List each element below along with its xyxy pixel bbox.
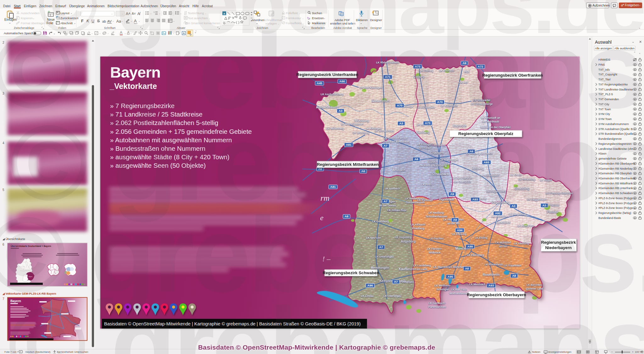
svg-text:LK Dingolfing-: LK Dingolfing- xyxy=(508,213,527,216)
svg-text:Partenkirchen: Partenkirchen xyxy=(428,305,446,308)
svg-text:Erlangen: Erlangen xyxy=(430,151,444,155)
svg-text:Aschaffenburg: Aschaffenburg xyxy=(316,106,338,109)
svg-text:Würzburg: Würzburg xyxy=(354,119,369,123)
svg-text:LK Garmisch-: LK Garmisch- xyxy=(429,302,446,305)
svg-text:LK Altötting: LK Altötting xyxy=(514,242,529,245)
svg-text:Regierungsbezirke (farbig): Regierungsbezirke (farbig) xyxy=(598,211,631,215)
svg-text:TXT_Info: TXT_Info xyxy=(598,68,610,71)
svg-text:LK Fürth: LK Fürth xyxy=(420,164,431,167)
svg-text:LK Rhön-Grabfeld: LK Rhön-Grabfeld xyxy=(376,61,399,64)
svg-text:#Gemeinden RB Oberpfalz: #Gemeinden RB Oberpfalz xyxy=(598,172,632,175)
svg-text:LK Würzburg: LK Würzburg xyxy=(353,131,369,134)
svg-text:LK Nürnberger: LK Nürnberger xyxy=(440,158,458,161)
svg-text:im Fichtelgebirge: im Fichtelgebirge xyxy=(471,102,493,106)
svg-text:TXT Gemeinden: TXT Gemeinden xyxy=(598,98,619,101)
svg-text:LK Aichach-: LK Aichach- xyxy=(411,223,426,226)
svg-text:LK Kulmbach: LK Kulmbach xyxy=(441,104,458,107)
svg-text:LK Rottal-Inn: LK Rottal-Inn xyxy=(518,224,534,227)
svg-text:A92: A92 xyxy=(495,211,500,215)
svg-text:LK Neu-Ulm: LK Neu-Ulm xyxy=(366,236,381,239)
svg-text:#Gemeinden RB Oberfranken: #Gemeinden RB Oberfranken xyxy=(598,177,635,180)
svg-text:Amberg: Amberg xyxy=(472,167,484,170)
svg-text:LK Regensburg: LK Regensburg xyxy=(486,190,506,193)
svg-text:A: A xyxy=(183,32,185,35)
svg-text:Coburg: Coburg xyxy=(413,75,425,79)
svg-text:LK Berchtes-: LK Berchtes- xyxy=(526,283,543,286)
svg-text:A70: A70 xyxy=(397,104,402,107)
svg-text:Bayern: Bayern xyxy=(29,276,32,277)
svg-text:A93: A93 xyxy=(484,161,489,164)
svg-text:LK Donau-Ries: LK Donau-Ries xyxy=(387,209,406,212)
svg-text:STR Autobahnen [Quelle: B...: STR Autobahnen [Quelle: B... xyxy=(598,128,635,131)
svg-text:A6: A6 xyxy=(361,169,365,173)
svg-text:LK Augsburg: LK Augsburg xyxy=(395,236,412,239)
svg-text:LK Schwandorf: LK Schwandorf xyxy=(480,174,499,177)
svg-text:LK Cham: LK Cham xyxy=(510,173,522,177)
svg-text:Regierungsbezirk Oberfranken: Regierungsbezirk Oberfranken xyxy=(482,73,543,78)
svg-text:TXT_Titel: TXT_Titel xyxy=(598,78,610,81)
svg-text:Rosenheim: Rosenheim xyxy=(483,273,500,276)
svg-text:feldbruck: feldbruck xyxy=(429,251,441,254)
svg-text:LK Coburg: LK Coburg xyxy=(419,69,433,72)
svg-text:LK Schweinfurt: LK Schweinfurt xyxy=(375,129,394,133)
svg-text:LK Fürsten-: LK Fürsten- xyxy=(427,247,442,250)
svg-text:Regierungsbezirk: Regierungsbezirk xyxy=(541,240,576,245)
svg-text:LK Roth: LK Roth xyxy=(421,183,432,186)
svg-text:A7: A7 xyxy=(384,199,387,203)
svg-text:A45: A45 xyxy=(317,81,322,85)
svg-text:#Gemeinden RB Schwaben: #Gemeinden RB Schwaben xyxy=(598,192,633,195)
svg-text:Landshut: Landshut xyxy=(496,221,511,224)
svg-text:Weiden in der Oberpfalz: Weiden in der Oberpfalz xyxy=(480,126,511,129)
svg-text:LK Kronach: LK Kronach xyxy=(439,69,454,72)
svg-text:Fürth: Fürth xyxy=(427,161,436,164)
svg-text:A6: A6 xyxy=(469,150,473,153)
svg-text:gemeindefreie Gebiete: gemeindefreie Gebiete xyxy=(598,157,627,160)
svg-text:LK Neustadt an: LK Neustadt an xyxy=(481,116,500,119)
svg-text:TXT Landkreise-Stadtkreise: TXT Landkreise-Stadtkreise xyxy=(598,88,633,91)
svg-text:A96: A96 xyxy=(367,284,373,287)
svg-text:Hof: Hof xyxy=(464,70,469,74)
svg-text:LK Weilheim-: LK Weilheim- xyxy=(435,284,451,287)
svg-text:A9: A9 xyxy=(450,192,454,196)
svg-text:Wolfratshausen: Wolfratshausen xyxy=(449,292,469,295)
svg-text:A8: A8 xyxy=(345,215,348,218)
svg-text:A71: A71 xyxy=(385,75,391,79)
svg-text:A7: A7 xyxy=(379,245,383,249)
svg-text:Regierungsbezirksgrenzen: Regierungsbezirksgrenzen xyxy=(598,142,632,145)
svg-text:Schwabach: Schwabach xyxy=(431,172,449,176)
svg-text:LK Main-Spessart: LK Main-Spessart xyxy=(341,123,364,126)
svg-text:LK Oberallgäu: LK Oberallgäu xyxy=(383,294,401,297)
svg-text:#Gemeinden RB Unterfrank...: #Gemeinden RB Unterfrank... xyxy=(598,187,635,190)
svg-text:Aisch-Bad Windsheim: Aisch-Bad Windsheim xyxy=(382,140,409,143)
svg-text:LK Neustadt an der: LK Neustadt an der xyxy=(384,136,408,139)
svg-text:SYM Autobahnnummern: SYM Autobahnnummern xyxy=(598,123,629,126)
svg-text:Land: Land xyxy=(446,162,452,165)
svg-text:LK Miesbach: LK Miesbach xyxy=(469,283,486,286)
svg-text:LK Starnberg: LK Starnberg xyxy=(433,265,450,269)
svg-text:LK Regen: LK Regen xyxy=(540,178,552,182)
svg-text:am Lech: am Lech xyxy=(417,268,427,271)
svg-text:A6: A6 xyxy=(414,157,418,161)
svg-text:TXT_Copyright: TXT_Copyright xyxy=(598,73,617,76)
svg-text:A: A xyxy=(223,12,225,15)
svg-text:A70: A70 xyxy=(437,100,442,104)
svg-text:A99: A99 xyxy=(467,245,473,248)
svg-text:der Waldnaab: der Waldnaab xyxy=(482,120,499,123)
svg-text:A7: A7 xyxy=(384,144,387,147)
svg-text:SYM City: SYM City xyxy=(598,112,610,116)
svg-text:Straubing: Straubing xyxy=(515,187,530,190)
svg-text:TXT City: TXT City xyxy=(598,103,609,106)
svg-text:Nürnberg: Nürnberg xyxy=(433,164,447,167)
svg-text:LK München: LK München xyxy=(449,265,464,269)
svg-text:A81: A81 xyxy=(330,185,336,188)
svg-text:LK Landsberg: LK Landsberg xyxy=(413,264,431,267)
svg-text:Regierungsbezirk Unterfranken: Regierungsbezirk Unterfranken xyxy=(297,72,358,77)
svg-text:LK Günzburg: LK Günzburg xyxy=(372,220,389,223)
svg-text:LK Aschaffenburg: LK Aschaffenburg xyxy=(321,93,343,96)
svg-text:Landkreise-Stadtkreise (ohn...: Landkreise-Stadtkreise (ohn... xyxy=(598,147,636,150)
svg-text:#Gemeinden RB Niederbay...: #Gemeinden RB Niederbay... xyxy=(598,167,635,170)
svg-text:LK Lichtenfels: LK Lichtenfels xyxy=(417,106,435,109)
svg-text:A73: A73 xyxy=(425,121,430,125)
svg-text:A7: A7 xyxy=(394,280,398,283)
svg-text:#PLZ-9-Zone 9xxxx (Polygo...: #PLZ-9-Zone 9xxxx (Polygo... xyxy=(598,206,635,210)
